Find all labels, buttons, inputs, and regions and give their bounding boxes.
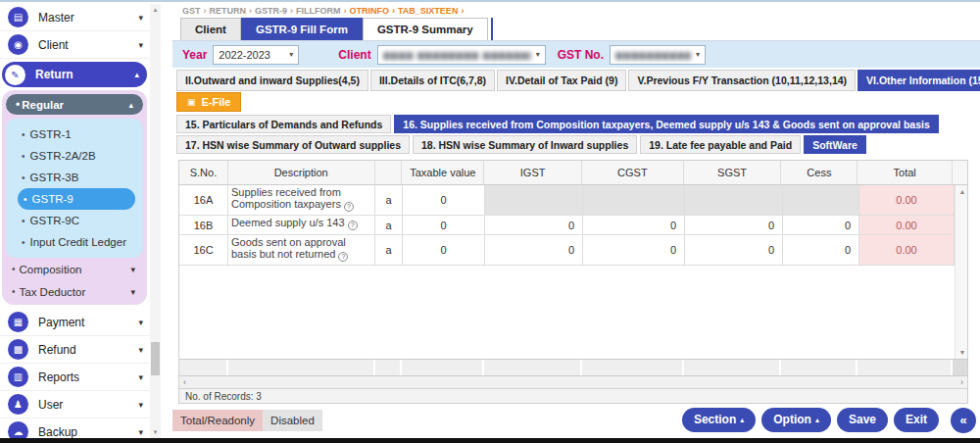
sidebar-item-label: Input Credit Ledger: [30, 236, 126, 248]
subtab-row-2: 17. HSN wise Summary of Outward supplies…: [172, 135, 980, 154]
option-button[interactable]: Option ▴: [761, 408, 831, 432]
chevron-up-icon: ▴: [815, 408, 819, 432]
regular-submenu: • GSTR-1 • GSTR-2A/2B • GSTR-3B • GSTR-9: [6, 119, 143, 258]
sidebar-item-gstr9[interactable]: • GSTR-9: [18, 188, 135, 210]
save-button[interactable]: Save: [837, 408, 888, 432]
breadcrumb-item[interactable]: FILLFORM: [296, 6, 341, 16]
cess-cell[interactable]: 0: [783, 216, 859, 234]
cess-cell[interactable]: 0: [783, 235, 859, 265]
row-marker: a: [375, 235, 403, 265]
sidebar-item-reports[interactable]: ▥ Reports ▾: [0, 364, 149, 391]
sgst-cell[interactable]: 0: [685, 216, 783, 234]
help-icon[interactable]: ?: [348, 221, 358, 230]
scroll-down-icon[interactable]: ▼: [956, 349, 969, 356]
help-icon[interactable]: ?: [344, 202, 354, 212]
collapse-panel-button[interactable]: «: [951, 408, 976, 433]
subtab-row-1: 15. Particulars of Demands and Refunds 1…: [172, 115, 980, 133]
sidebar-item-return[interactable]: ✎ Return ▴: [2, 62, 147, 87]
breadcrumb-item[interactable]: GST: [182, 6, 201, 16]
sidebar-item-regular[interactable]: • Regular ▴: [6, 94, 143, 115]
sidebar-item-client[interactable]: ◉ Client ▾: [0, 31, 149, 59]
collapse-icon: «: [959, 413, 966, 427]
table-row: 16C Goods sent on approval basis but not…: [179, 235, 955, 266]
scroll-right-icon[interactable]: ›: [960, 376, 963, 389]
tab-17-hsn-outward[interactable]: 17. HSN wise Summary of Outward supplies: [176, 135, 410, 154]
tab-details-of-itc[interactable]: III.Details of ITC(6,7,8): [370, 70, 495, 91]
breadcrumb-item[interactable]: OTRINFO: [350, 6, 390, 16]
column-header-spacer: [953, 161, 967, 184]
tab-18-hsn-inward[interactable]: 18. HSN wise Summary of Inward supplies: [413, 135, 637, 154]
sidebar-item-input-credit-ledger[interactable]: • Input Credit Ledger: [10, 231, 139, 253]
sidebar-item-label: GSTR-9C: [30, 215, 79, 226]
taxable-value-cell[interactable]: 0: [403, 185, 485, 215]
cgst-cell[interactable]: 0: [583, 235, 685, 265]
tab-detail-of-tax-paid[interactable]: IV.Detail of Tax Paid (9): [497, 70, 626, 91]
sidebar-item-refund[interactable]: ▩ Refund ▾: [0, 336, 149, 364]
year-select[interactable]: 2022-2023 ▾: [213, 45, 299, 65]
tab-19-late-fee[interactable]: 19. Late fee payable and Paid: [640, 135, 801, 154]
tab-gstr9-fill-form[interactable]: GSTR-9 Fill Form: [241, 18, 363, 40]
footer-cell: [684, 360, 782, 375]
tab-software[interactable]: SoftWare: [804, 135, 866, 154]
scroll-up-icon[interactable]: ▴: [150, 6, 161, 14]
tab-previous-fy-transaction[interactable]: V.Previous F/Y Transaction (10,11,12,13,…: [628, 70, 856, 91]
breadcrumb-item[interactable]: GSTR-9: [255, 6, 287, 16]
section-button-label: Section: [694, 408, 736, 432]
top-tab-bar: Client GSTR-9 Fill Form GSTR-9 Summary: [172, 17, 980, 41]
refund-icon: ▩: [8, 339, 28, 360]
scroll-down-icon[interactable]: ▾: [150, 428, 161, 436]
sidebar-item-gstr1[interactable]: • GSTR-1: [10, 123, 139, 145]
gst-no-select[interactable]: ▆▆▆▆▆▆▆▆▆▆▆ ▾: [610, 45, 706, 65]
efile-button[interactable]: ▣ E-File: [176, 92, 241, 112]
bullet-icon: •: [22, 151, 25, 162]
tab-16-composition-deemed-approval[interactable]: 16. Supplies received from Composition t…: [394, 115, 938, 133]
breadcrumb-item[interactable]: RETURN: [210, 6, 247, 16]
sidebar-item-user[interactable]: ♟ User ▾: [0, 391, 149, 418]
taxable-value-cell[interactable]: 0: [403, 216, 485, 234]
row-sno: 16B: [179, 216, 228, 234]
column-header-cgst: CGST: [582, 161, 684, 184]
scroll-up-icon[interactable]: ▲: [956, 188, 969, 195]
tab-15-demands-refunds[interactable]: 15. Particulars of Demands and Refunds: [176, 115, 391, 133]
sidebar-item-master[interactable]: ▤ Master ▾: [0, 4, 149, 31]
section-button[interactable]: Section ▴: [682, 408, 756, 432]
sidebar-scrollbar[interactable]: ▴ ▾: [150, 4, 161, 438]
column-header-total: Total: [858, 161, 953, 184]
tab-outward-inward-supplies[interactable]: II.Outward and inward Supplies(4,5): [176, 70, 368, 91]
breadcrumb-separator: ›: [461, 6, 464, 16]
sidebar-item-tax-deductor[interactable]: • Tax Deductor ▾: [6, 280, 143, 303]
sidebar-item-payment[interactable]: ▦ Payment ▾: [0, 309, 149, 336]
footer-cell: [375, 360, 403, 375]
table-vertical-scrollbar[interactable]: ▲ ▼: [955, 185, 967, 359]
sidebar-item-gstr3b[interactable]: • GSTR-3B: [10, 167, 139, 188]
cgst-cell[interactable]: 0: [583, 216, 685, 234]
table-horizontal-scrollbar[interactable]: ‹ ›: [179, 375, 967, 388]
regular-group: • Regular ▴ • GSTR-1 • GSTR-2A/2B •: [2, 90, 147, 305]
legend: Total/Readonly Disabled: [172, 410, 322, 431]
row-marker: a: [375, 185, 403, 215]
legend-total-readonly: Total/Readonly: [172, 410, 263, 431]
footer-cell: [179, 360, 228, 375]
sidebar-item-label: Tax Deductor: [20, 286, 131, 298]
sidebar-item-gstr9c[interactable]: • GSTR-9C: [10, 210, 139, 231]
sidebar-item-gstr2a2b[interactable]: • GSTR-2A/2B: [10, 145, 139, 167]
sidebar-item-label: Client: [38, 38, 138, 52]
exit-button[interactable]: Exit: [894, 408, 939, 432]
taxable-value-cell[interactable]: 0: [403, 235, 485, 265]
help-icon[interactable]: ?: [338, 252, 348, 262]
breadcrumb-item[interactable]: TAB_SIXTEEN: [398, 6, 458, 16]
bullet-icon: •: [22, 172, 25, 183]
tab-client[interactable]: Client: [180, 18, 241, 40]
tab-gstr9-summary[interactable]: GSTR-9 Summary: [363, 18, 488, 40]
scroll-left-icon[interactable]: ‹: [183, 376, 186, 389]
scrollbar-thumb[interactable]: [151, 342, 160, 375]
client-select[interactable]: ▆▆▆▆ ▆▆▆▆▆▆▆▆ ▆▆▆▆▆▆▆ ▆▆▆▆▆▆▆ ▾: [377, 45, 546, 65]
igst-cell[interactable]: 0: [485, 216, 583, 234]
legend-disabled: Disabled: [263, 410, 322, 431]
igst-cell[interactable]: 0: [485, 235, 583, 265]
sgst-cell[interactable]: 0: [685, 235, 783, 265]
chevron-down-icon: ▾: [138, 427, 143, 437]
igst-cell-disabled: [485, 185, 583, 215]
tab-other-information[interactable]: VI.Other Information (15,16,17,18,19): [858, 70, 980, 91]
sidebar-item-composition[interactable]: • Composition ▾: [6, 258, 143, 280]
